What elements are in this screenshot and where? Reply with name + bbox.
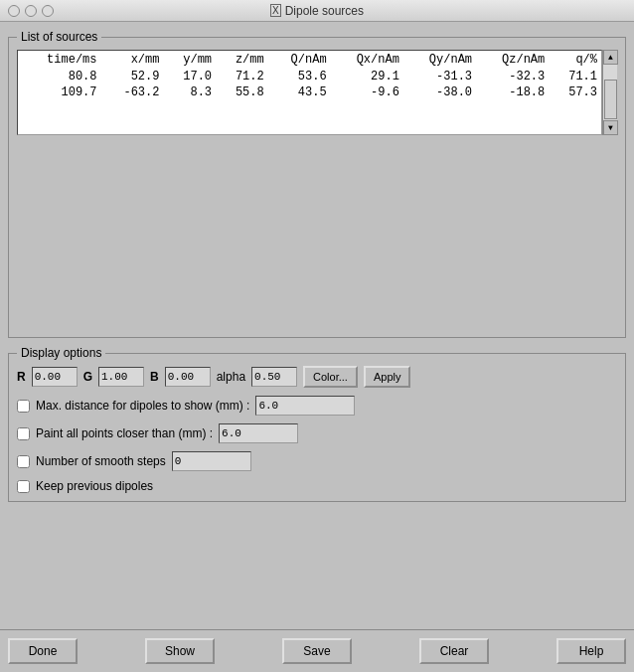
cell-0-5: 29.1 [331,69,403,84]
display-options-legend: Display options [17,346,105,360]
source-list-legend: List of sources [17,30,101,44]
cell-1-8: 57.3 [549,84,601,100]
cell-1-7: -18.8 [476,84,549,100]
cell-0-7: -32.3 [476,69,549,84]
table-body: 80.852.917.071.253.629.1-31.3-32.371.110… [18,69,601,100]
max-dist-input[interactable] [255,396,355,416]
display-options-content: R G B alpha Color... Apply Max. distance… [17,366,617,493]
r-label: R [17,370,26,384]
cell-1-5: -9.6 [331,84,403,100]
minimize-btn[interactable] [25,5,37,17]
keep-checkbox[interactable] [17,480,30,493]
cell-0-8: 71.1 [549,69,601,84]
table-row: 80.852.917.071.253.629.1-31.3-32.371.1 [18,69,601,84]
scrollbar-thumb[interactable] [604,80,617,119]
col-qx: Qx/nAm [331,51,403,69]
save-button[interactable]: Save [282,638,352,664]
smooth-input[interactable] [172,451,251,471]
paint-row: Paint all points closer than (mm) : [17,423,617,443]
title-text: Dipole sources [285,4,364,18]
r-input[interactable] [32,367,78,387]
smooth-checkbox[interactable] [17,455,30,468]
keep-label: Keep previous dipoles [36,479,153,493]
table-row: 109.7-63.28.355.843.5-9.6-38.0-18.857.3 [18,84,601,100]
col-time: time/ms [18,51,101,69]
help-button[interactable]: Help [556,638,626,664]
display-options-fieldset: Display options R G B alpha Color... App… [8,346,626,502]
scrollbar-track[interactable] [603,65,617,120]
max-dist-label: Max. distance for dipoles to show (mm) : [36,399,249,413]
color-button[interactable]: Color... [303,366,358,388]
col-y: y/mm [163,51,216,69]
alpha-input[interactable] [251,367,297,387]
show-button[interactable]: Show [145,638,215,664]
paint-checkbox[interactable] [17,427,30,440]
cell-0-4: 53.6 [268,69,331,84]
paint-label: Paint all points closer than (mm) : [36,426,213,440]
max-dist-checkbox[interactable] [17,400,30,413]
close-btn[interactable] [8,5,20,17]
scroll-down-arrow[interactable]: ▼ [603,120,618,135]
apply-button[interactable]: Apply [364,366,411,388]
b-label: B [150,370,159,384]
window-title: X Dipole sources [270,4,364,18]
table-header-row: time/ms x/mm y/mm z/mm Q/nAm Qx/nAm Qy/n… [18,51,601,69]
alpha-label: alpha [217,370,245,384]
title-bar: X Dipole sources [0,0,634,22]
bottom-bar: Done Show Save Clear Help [0,629,634,672]
cell-1-3: 55.8 [216,84,268,100]
g-label: G [83,370,92,384]
window-controls [8,5,54,17]
cell-0-2: 17.0 [163,69,216,84]
cell-1-2: 8.3 [163,84,216,100]
g-input[interactable] [98,367,144,387]
cell-1-0: 109.7 [18,84,101,100]
cell-1-4: 43.5 [268,84,331,100]
col-qy: Qy/nAm [403,51,476,69]
cell-0-1: 52.9 [101,69,164,84]
cell-1-1: -63.2 [101,84,164,100]
rgb-row: R G B alpha Color... Apply [17,366,617,388]
col-z: z/mm [216,51,268,69]
main-content: List of sources time/ms x/mm y/mm z/mm Q… [0,22,634,629]
b-input[interactable] [165,367,211,387]
max-dist-row: Max. distance for dipoles to show (mm) : [17,396,617,416]
keep-row: Keep previous dipoles [17,479,617,493]
col-x: x/mm [101,51,164,69]
col-pct: q/% [549,51,601,69]
vertical-scrollbar[interactable]: ▲ ▼ [602,50,617,135]
cell-0-0: 80.8 [18,69,101,84]
cell-0-6: -31.3 [403,69,476,84]
source-list-fieldset: List of sources time/ms x/mm y/mm z/mm Q… [8,30,626,338]
smooth-label: Number of smooth steps [36,454,166,468]
source-table: time/ms x/mm y/mm z/mm Q/nAm Qx/nAm Qy/n… [18,51,601,100]
source-table-wrapper[interactable]: time/ms x/mm y/mm z/mm Q/nAm Qx/nAm Qy/n… [17,50,602,135]
paint-input[interactable] [219,423,298,443]
clear-button[interactable]: Clear [419,638,489,664]
x-icon: X [270,4,281,17]
maximize-btn[interactable] [42,5,54,17]
done-button[interactable]: Done [8,638,78,664]
cell-0-3: 71.2 [216,69,268,84]
smooth-row: Number of smooth steps [17,451,617,471]
col-q: Q/nAm [268,51,331,69]
cell-1-6: -38.0 [403,84,476,100]
scroll-up-arrow[interactable]: ▲ [603,50,618,65]
col-qz: Qz/nAm [476,51,549,69]
